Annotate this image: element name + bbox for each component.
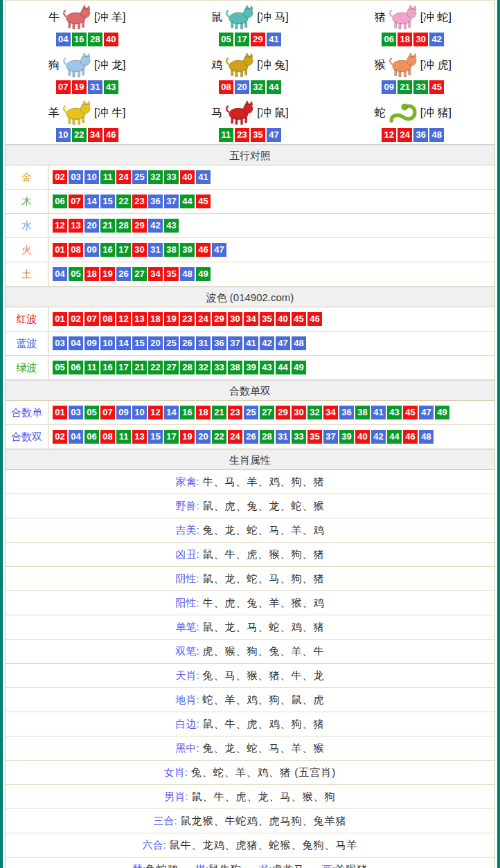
number-ball: 46 [403,430,418,444]
number-row: 木06071415222336374445 [6,190,494,214]
zodiac-title: 猴[冲 虎] [375,51,452,80]
zodiac-title: 羊[冲 牛] [48,98,125,127]
number-ball: 06 [84,430,99,444]
attribute-value: 虎、猴、狗、兔、羊、牛 [203,645,325,658]
number-ball: 45 [292,312,306,326]
row-numbers: 0103050709101214161821232527293032343638… [48,401,449,424]
zodiac-title: 鼠[冲 马] [211,3,288,32]
number-ball: 17 [235,33,249,46]
number-ball: 12 [148,406,163,419]
number-ball: 35 [164,267,179,281]
number-row: 绿波05061116172122272832333839434449 [6,356,494,380]
number-ball: 13 [132,312,147,326]
zodiac-clash-label: [冲 牛] [94,106,125,120]
number-ball: 02 [69,312,83,326]
number-ball: 21 [212,406,226,419]
number-ball: 15 [148,430,163,444]
number-ball: 27 [132,267,147,281]
attribute-value: 鼠、牛、虎、鸡、狗、猪 [203,718,325,731]
number-ball: 23 [228,406,242,419]
number-ball: 12 [116,312,131,326]
number-ball: 25 [164,336,179,350]
zodiac-cell: 鼠[冲 马]05172941 [168,1,331,48]
attribute-label: 棋: [195,863,208,868]
row-numbers: 06071415222336374445 [48,190,211,213]
attribute-label: 双笔: [175,645,199,658]
number-ball: 46 [104,128,118,142]
number-ball: 11 [116,430,131,444]
attribute-label: 地肖: [175,694,199,707]
attribute-row: 双笔:虎、猴、狗、兔、羊、牛 [6,640,494,664]
zodiac-cell: 狗[冲 龙]07193143 [6,48,168,96]
number-ball: 34 [244,312,258,326]
attribute-value: 鼠、牛、虎、龙、马、猴、狗 [192,790,336,804]
number-ball: 20 [196,430,211,444]
number-ball: 38 [164,243,179,257]
attribute-value: 牛、马、羊、鸡、狗、猪 [203,476,325,489]
attribute-row: 凶丑:鼠、牛、虎、猴、狗、猪 [6,543,494,567]
number-ball: 11 [100,170,115,184]
number-ball: 34 [88,128,102,142]
attribute-row: 女肖:兔、蛇、羊、鸡、猪 (五宫肖) [6,761,494,785]
number-ball: 25 [244,406,258,419]
number-ball: 23 [132,195,147,208]
zodiac-name: 蛇 [375,106,386,120]
attribute-row: 家禽:牛、马、羊、鸡、狗、猪 [6,470,494,494]
number-ball: 15 [100,195,115,208]
number-ball: 24 [116,170,131,184]
number-row: 水1213202128294243 [6,214,494,238]
number-ball: 08 [100,312,115,326]
number-ball: 48 [180,267,195,281]
number-ball: 21 [100,219,115,233]
number-ball: 38 [228,361,242,374]
number-ball: 45 [403,406,418,419]
zodiac-cell: 羊[冲 牛]10223446 [6,96,168,144]
attribute-value: 鼠、龙、蛇、马、狗、猪 [203,572,325,586]
number-ball: 33 [292,430,306,444]
attribute-label: 书: [258,863,271,868]
attribute-row: 野兽:鼠、虎、兔、龙、蛇、猴 [6,494,494,518]
number-ball: 40 [104,33,118,46]
zodiac-cell: 猴[冲 虎]09213345 [332,48,494,96]
number-ball: 04 [56,33,71,46]
number-ball: 35 [251,128,265,142]
number-ball: 18 [148,312,163,326]
attribute-label: 六合: [142,839,166,852]
number-ball: 35 [307,430,322,444]
number-ball: 43 [164,219,179,233]
zodiac-cell: 牛[冲 羊]04162840 [6,1,168,48]
number-ball: 26 [116,267,131,281]
number-ball: 27 [260,406,274,419]
number-ball: 27 [164,361,179,374]
zodiac-numbers: 07193143 [56,80,118,94]
row-label: 合数双 [6,425,48,449]
number-ball: 30 [292,406,306,419]
number-ball: 40 [180,170,195,184]
number-sections: 五行对照金02031011242532334041木06071415222336… [6,145,494,449]
number-ball: 14 [84,195,99,208]
attribute-value: 鼠、牛、虎、猴、狗、猪 [203,548,325,561]
attribute-row: 三合:鼠龙猴、牛蛇鸡、虎马狗、兔羊猪 [6,809,494,833]
number-ball: 21 [132,361,147,374]
zodiac-name: 猪 [375,10,386,25]
number-ball: 24 [228,430,242,444]
zodiac-cell: 鸡[冲 兔]08203244 [168,48,331,96]
number-ball: 39 [339,430,354,444]
attribute-row: 地肖:蛇、羊、鸡、狗、鼠、虎 [6,688,494,712]
attribute-value: 兔蛇鸡 [145,863,179,868]
zodiac-reference-page: 牛[冲 羊]04162840鼠[冲 马]05172941猪[冲 蛇]061830… [0,0,500,868]
number-ball: 43 [387,406,402,419]
number-row: 蓝波03040910141520252631363741424748 [6,332,494,356]
zodiac-numbers: 05172941 [219,33,281,46]
zodiac-numbers: 10223446 [56,128,118,142]
number-ball: 48 [419,430,434,444]
attribute-label: 单笔: [175,621,199,634]
rat-icon [224,3,256,31]
number-ball: 34 [323,406,338,419]
number-ball: 44 [180,195,195,208]
number-ball: 03 [69,406,83,419]
number-ball: 13 [69,219,83,233]
attribute-label: 野兽: [175,500,199,513]
number-ball: 41 [196,170,211,184]
number-ball: 19 [164,312,179,326]
